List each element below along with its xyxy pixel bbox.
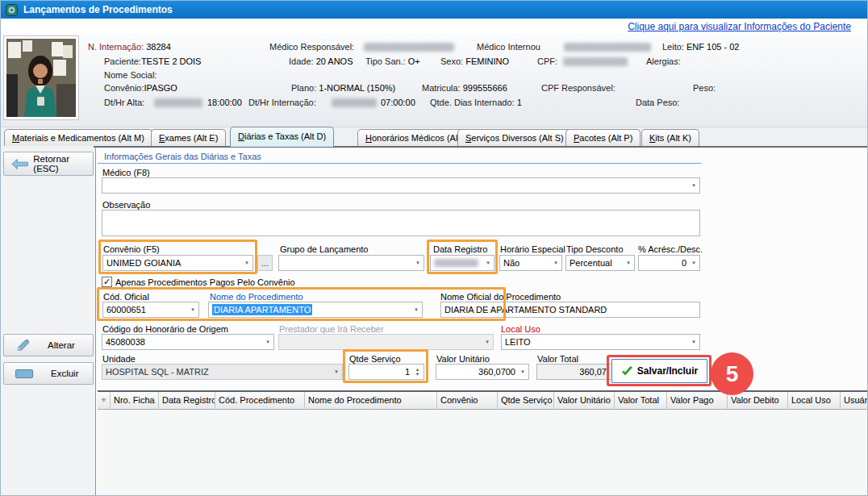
data-peso-label: Data Peso: bbox=[636, 98, 679, 107]
qtde-servico-stepper[interactable]: 1 ▲ ▼ bbox=[348, 364, 424, 380]
acresc-desc-value: 0 bbox=[682, 258, 686, 268]
app-icon bbox=[6, 4, 18, 16]
salvar-incluir-label: Salvar/Incluir bbox=[637, 365, 698, 377]
valor-unitario-combo[interactable]: 360,0700 ▾ bbox=[436, 364, 529, 380]
leito-value: ENF 105 - 02 bbox=[686, 42, 739, 52]
col-convenio[interactable]: Convênio bbox=[437, 392, 498, 410]
dias-internado-value: 1 bbox=[517, 98, 522, 107]
row-indicator-icon: ✳ bbox=[98, 392, 111, 410]
col-nome-procedimento[interactable]: Nome do Procedimento bbox=[305, 392, 437, 410]
dropdown-arrow-icon[interactable]: ▾ bbox=[187, 302, 198, 317]
observacao-label: Observação bbox=[102, 200, 150, 210]
field-leito: Leito: ENF 105 - 02 bbox=[662, 42, 739, 52]
dropdown-arrow-icon[interactable]: ▾ bbox=[482, 256, 494, 270]
dropdown-arrow-icon[interactable]: ▾ bbox=[411, 302, 422, 317]
field-dt-alta: Dt/Hr Alta: bbox=[104, 98, 144, 107]
alterar-button[interactable]: Alterar bbox=[3, 334, 94, 356]
field-dt-internacao: Dt/Hr Internação: bbox=[248, 98, 316, 107]
back-arrow-icon bbox=[10, 158, 28, 170]
step-5-number: 5 bbox=[726, 361, 739, 387]
patient-info-link[interactable]: Clique aqui para visualizar Informações … bbox=[628, 21, 851, 32]
matricula-label: Matricula: bbox=[422, 83, 461, 93]
paciente-label: Paciente: bbox=[104, 56, 141, 66]
acresc-desc-combo[interactable]: 0 ▾ bbox=[638, 255, 700, 271]
dropdown-arrow-icon[interactable]: ▾ bbox=[517, 365, 528, 379]
panel-left-border bbox=[95, 147, 96, 496]
title-bar: Lançamentos de Procedimentos bbox=[1, 1, 868, 19]
tab-materiais-e-medicamentos[interactable]: Materiais e Medicamentos (Alt M) bbox=[4, 129, 152, 146]
panel-top-border bbox=[94, 146, 868, 148]
field-dt-internacao-time: 07:00:00 bbox=[381, 98, 415, 107]
dt-alta-time: 18:00:00 bbox=[207, 98, 242, 107]
n-internacao-value: 38284 bbox=[146, 42, 171, 52]
nome-oficial-label: Nome Oficial do Procedimento bbox=[440, 292, 561, 302]
dropdown-arrow-icon[interactable]: ▾ bbox=[550, 256, 561, 270]
dropdown-arrow-icon: ▾ bbox=[482, 335, 493, 349]
col-usuario[interactable]: Usuário bbox=[841, 392, 868, 410]
tab-diarias-e-taxas[interactable]: Diárias e Taxas (Alt D) bbox=[230, 127, 334, 147]
field-idade: Idade: 20 ANOS bbox=[289, 56, 353, 66]
cod-oficial-combo[interactable]: 60000651 ▾ bbox=[102, 302, 199, 318]
grid-body-empty[interactable] bbox=[98, 410, 868, 496]
nome-social-label: Nome Social: bbox=[104, 70, 156, 80]
tipo-desconto-combo[interactable]: Percentual ▾ bbox=[565, 255, 635, 271]
apenas-pagos-checkbox[interactable]: ✓ bbox=[102, 277, 112, 287]
plano-label: Plano: bbox=[291, 83, 316, 93]
dropdown-arrow-icon[interactable]: ▾ bbox=[688, 335, 699, 349]
redacted-medico-responsavel bbox=[364, 43, 454, 52]
medico-f8-combo[interactable]: ▾ bbox=[102, 177, 700, 194]
convenio-f5-label: Convênio (F5) bbox=[103, 244, 160, 254]
dropdown-arrow-icon[interactable]: ▾ bbox=[688, 178, 699, 193]
qtde-servico-label: Qtde Serviço bbox=[349, 354, 401, 364]
step-5-badge: 5 bbox=[711, 352, 753, 395]
field-paciente: Paciente:TESTE 2 DOIS bbox=[104, 56, 201, 66]
sexo-label: Sexo: bbox=[440, 56, 463, 66]
dias-internado-label: Qtde. Dias Internado: bbox=[430, 98, 515, 107]
convenio-browse-button[interactable]: ... bbox=[257, 255, 273, 271]
checkmark-icon: ✓ bbox=[103, 277, 111, 286]
idade-value: 20 ANOS bbox=[316, 56, 353, 66]
cpf-responsavel-label: CPF Responsável: bbox=[541, 83, 616, 93]
col-valor-unitario[interactable]: Valor Unitário bbox=[554, 392, 615, 410]
dropdown-arrow-icon[interactable]: ▾ bbox=[623, 256, 634, 270]
col-qtde-servico[interactable]: Qtde Serviço bbox=[498, 392, 554, 410]
data-registro-label: Data Registro bbox=[433, 244, 487, 254]
excluir-button[interactable]: Excluir bbox=[3, 362, 94, 385]
observacao-input[interactable] bbox=[102, 210, 700, 236]
salvar-incluir-button[interactable]: Salvar/Incluir bbox=[611, 359, 707, 383]
local-uso-combo[interactable]: LEITO ▾ bbox=[501, 334, 700, 350]
col-valor-pago[interactable]: Valor Pago bbox=[667, 392, 728, 410]
grupo-lancamento-combo[interactable]: ▾ bbox=[278, 255, 424, 271]
tab-servicos-diversos[interactable]: Serviços Diversos (Alt S) bbox=[457, 129, 572, 146]
excluir-label: Excluir bbox=[51, 369, 79, 378]
nome-procedimento-combo[interactable]: DIARIA APARTAMENTO ▾ bbox=[208, 302, 423, 318]
col-nro-ficha[interactable]: Nro. Ficha bbox=[111, 392, 159, 410]
dropdown-arrow-icon[interactable]: ▾ bbox=[262, 335, 273, 349]
tab-kits[interactable]: Kits (Alt K) bbox=[641, 129, 699, 146]
cod-honorario-combo[interactable]: 45080038 ▾ bbox=[102, 334, 274, 350]
grupo-lancamento-label: Grupo de Lançamento bbox=[280, 244, 368, 254]
horario-especial-combo[interactable]: Não ▾ bbox=[499, 255, 562, 271]
prestador-label: Prestador que Irá Receber bbox=[279, 324, 384, 334]
col-data-registro[interactable]: Data Registro bbox=[159, 392, 215, 410]
matricula-value: 999555666 bbox=[463, 83, 507, 93]
paciente-value: TESTE 2 DOIS bbox=[141, 56, 202, 66]
nome-oficial-input[interactable]: DIARIA DE APARTAMENTO STANDARD bbox=[440, 302, 700, 318]
local-uso-label: Local Uso bbox=[501, 324, 540, 334]
tab-exames[interactable]: Exames (Alt E) bbox=[151, 129, 226, 146]
convenio-f5-combo[interactable]: UNIMED GOIANIA ▾ bbox=[102, 255, 253, 271]
col-valor-total[interactable]: Valor Total bbox=[615, 392, 667, 410]
cod-honorario-value: 45080038 bbox=[106, 337, 145, 347]
eraser-icon bbox=[15, 369, 33, 378]
field-data-peso: Data Peso: bbox=[636, 98, 679, 107]
pencil-icon bbox=[15, 339, 30, 352]
dropdown-arrow-icon[interactable]: ▾ bbox=[241, 256, 252, 270]
dropdown-arrow-icon[interactable]: ▾ bbox=[412, 256, 424, 270]
spinner-arrows-icon[interactable]: ▲ ▼ bbox=[412, 365, 423, 379]
redacted-dt-internacao bbox=[332, 98, 377, 107]
tab-pacotes[interactable]: Pacotes (Alt P) bbox=[565, 129, 641, 146]
dropdown-arrow-icon[interactable]: ▾ bbox=[688, 256, 699, 270]
col-cod-procedimento[interactable]: Cód. Procedimento bbox=[215, 392, 305, 410]
retornar-button[interactable]: Retornar (ESC) bbox=[3, 152, 94, 176]
col-local-uso[interactable]: Local Uso bbox=[788, 392, 841, 410]
